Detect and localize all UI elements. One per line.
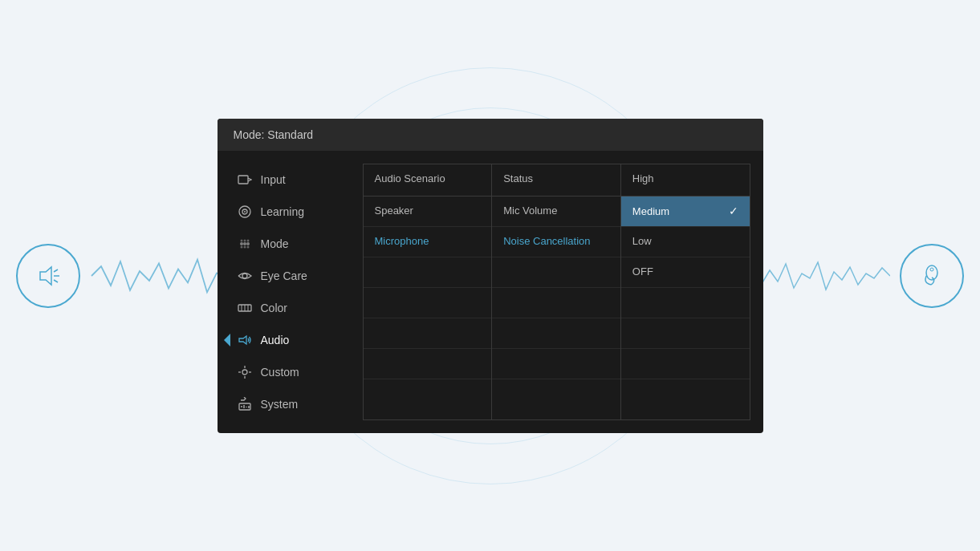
custom-icon <box>237 364 253 380</box>
audio-icon <box>237 332 253 348</box>
svg-point-19 <box>242 273 247 278</box>
nav-sidebar: Input Learning <box>230 164 363 420</box>
color-icon <box>237 300 253 316</box>
svg-marker-0 <box>40 267 51 285</box>
col-status-empty-1 <box>492 257 620 288</box>
svg-point-12 <box>246 242 250 245</box>
svg-point-13 <box>240 239 242 241</box>
col-values-low[interactable]: Low <box>621 227 750 257</box>
col-audio-scenario-empty-5 <box>364 379 492 410</box>
col-values-off[interactable]: OFF <box>621 257 750 288</box>
col-status-header: Status <box>492 164 620 196</box>
sidebar-item-audio-label: Audio <box>261 334 290 346</box>
sidebar-item-mode[interactable]: Mode <box>230 228 356 260</box>
sidebar-item-mode-label: Mode <box>261 237 289 250</box>
dialog-window: Mode: Standard Input <box>218 119 763 433</box>
col-values-medium[interactable]: Medium ✓ <box>621 196 750 227</box>
svg-point-11 <box>243 242 246 245</box>
col-status-empty-5 <box>492 379 620 410</box>
sidebar-item-eye-care[interactable]: Eye Care <box>230 260 356 292</box>
sidebar-item-color[interactable]: Color <box>230 292 356 324</box>
col-status-empty-4 <box>492 349 620 379</box>
svg-point-5 <box>930 268 933 271</box>
col-audio-scenario-microphone[interactable]: Microphone <box>364 227 492 257</box>
svg-point-10 <box>240 242 243 245</box>
sidebar-item-color-label: Color <box>261 302 287 314</box>
col-audio-scenario: Audio Scenario Speaker Microphone <box>364 164 493 419</box>
system-icon <box>237 396 253 412</box>
col-audio-scenario-empty-4 <box>364 349 492 379</box>
mode-icon <box>237 236 253 252</box>
svg-point-9 <box>244 211 246 213</box>
eye-care-icon <box>237 268 253 284</box>
col-values-header: High <box>621 164 750 196</box>
col-status-mic-volume[interactable]: Mic Volume <box>492 196 620 227</box>
ear-icon <box>900 244 964 308</box>
col-status-noise-cancellation[interactable]: Noise Cancellation <box>492 227 620 257</box>
sidebar-item-custom[interactable]: Custom <box>230 356 356 388</box>
content-area: Audio Scenario Speaker Microphone Status… <box>363 164 750 420</box>
svg-point-15 <box>246 239 249 241</box>
right-waveform <box>746 256 890 296</box>
speaker-icon <box>16 244 80 308</box>
col-values-empty-1 <box>621 288 750 318</box>
svg-marker-24 <box>239 336 246 344</box>
svg-line-3 <box>54 280 58 282</box>
checkmark-icon: ✓ <box>729 205 738 217</box>
mode-label: Mode: Standard <box>234 128 314 141</box>
col-values-empty-4 <box>621 379 750 410</box>
sidebar-item-custom-label: Custom <box>261 366 299 379</box>
dialog-header: Mode: Standard <box>218 119 763 151</box>
right-ear-icon <box>746 244 964 308</box>
sidebar-item-eye-care-label: Eye Care <box>261 269 307 282</box>
col-audio-scenario-empty-2 <box>364 288 492 318</box>
col-audio-scenario-speaker[interactable]: Speaker <box>364 196 492 227</box>
sidebar-item-system[interactable]: System <box>230 388 356 420</box>
sidebar-item-input[interactable]: Input <box>230 164 356 196</box>
svg-point-14 <box>243 239 246 241</box>
sidebar-item-input-label: Input <box>261 173 286 186</box>
col-values-medium-label: Medium <box>632 205 669 217</box>
svg-point-16 <box>240 245 242 248</box>
col-values-empty-3 <box>621 349 750 379</box>
svg-line-1 <box>54 269 58 272</box>
col-status: Status Mic Volume Noise Cancellation <box>492 164 621 419</box>
col-values: High Medium ✓ Low OFF <box>621 164 750 419</box>
svg-rect-6 <box>238 176 248 184</box>
col-audio-scenario-empty-1 <box>364 257 492 288</box>
svg-point-18 <box>246 245 249 248</box>
col-audio-scenario-empty-3 <box>364 318 492 349</box>
col-status-empty-2 <box>492 288 620 318</box>
sidebar-item-audio[interactable]: Audio <box>230 324 356 356</box>
input-icon <box>237 172 253 188</box>
sidebar-item-system-label: System <box>261 398 299 411</box>
learning-icon <box>237 204 253 220</box>
svg-point-25 <box>242 370 247 375</box>
svg-point-17 <box>243 245 246 248</box>
col-status-empty-3 <box>492 318 620 349</box>
col-audio-scenario-header: Audio Scenario <box>364 164 492 196</box>
col-values-empty-2 <box>621 318 750 349</box>
sidebar-item-learning-label: Learning <box>261 205 305 218</box>
active-arrow-indicator <box>224 334 230 346</box>
sidebar-item-learning[interactable]: Learning <box>230 196 356 228</box>
